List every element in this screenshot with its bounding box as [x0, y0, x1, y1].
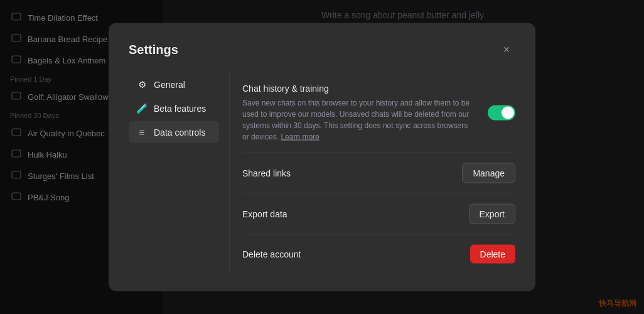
- manage-button[interactable]: Manage: [462, 163, 515, 183]
- settings-row-delete-account: Delete account Delete: [242, 235, 515, 274]
- settings-row-chat-history: Chat history & training Save new chats o…: [242, 73, 515, 153]
- nav-item-beta[interactable]: 🧪 Beta features: [129, 97, 219, 120]
- chat-history-toggle[interactable]: [488, 106, 515, 121]
- nav-item-data-controls[interactable]: ≡ Data controls: [129, 121, 219, 143]
- flask-icon: 🧪: [136, 103, 148, 114]
- chat-history-desc-text: Save new chats on this browser to your h…: [242, 99, 470, 141]
- chat-history-desc: Save new chats on this browser to your h…: [242, 97, 475, 143]
- export-button[interactable]: Export: [469, 204, 515, 224]
- shared-links-label: Shared links: [242, 168, 449, 178]
- settings-row-left-export-data: Export data: [242, 209, 469, 219]
- settings-nav: ⚙ General 🧪 Beta features ≡ Data control…: [129, 73, 229, 274]
- settings-modal: Settings × ⚙ General 🧪 Beta features ≡ D…: [109, 23, 535, 291]
- modal-header: Settings ×: [129, 41, 515, 58]
- settings-content: Chat history & training Save new chats o…: [229, 73, 515, 274]
- delete-button[interactable]: Delete: [470, 245, 515, 264]
- learn-more-link[interactable]: Learn more: [281, 133, 319, 141]
- chat-history-label: Chat history & training: [242, 84, 475, 94]
- settings-row-left-shared-links: Shared links: [242, 168, 462, 178]
- modal-title: Settings: [129, 42, 178, 57]
- settings-row-export-data: Export data Export: [242, 194, 515, 235]
- nav-item-general[interactable]: ⚙ General: [129, 73, 219, 96]
- data-icon: ≡: [136, 127, 148, 138]
- nav-item-beta-label: Beta features: [154, 104, 206, 114]
- gear-icon: ⚙: [136, 79, 148, 90]
- modal-body: ⚙ General 🧪 Beta features ≡ Data control…: [129, 73, 515, 274]
- delete-account-label: Delete account: [242, 249, 458, 259]
- nav-item-general-label: General: [154, 80, 185, 90]
- export-data-label: Export data: [242, 209, 456, 219]
- settings-row-shared-links: Shared links Manage: [242, 153, 515, 194]
- toggle-knob: [502, 107, 514, 119]
- close-button[interactable]: ×: [498, 41, 515, 58]
- settings-row-left-chat-history: Chat history & training Save new chats o…: [242, 84, 488, 143]
- settings-row-left-delete-account: Delete account: [242, 249, 470, 259]
- nav-item-data-controls-label: Data controls: [154, 127, 205, 137]
